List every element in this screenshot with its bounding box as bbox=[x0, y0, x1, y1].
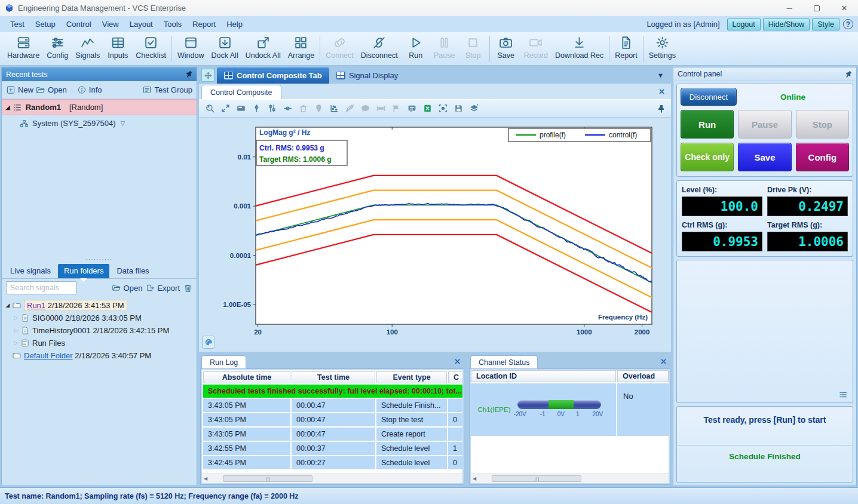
system-item[interactable]: System (SYS_2597504) ▽ bbox=[2, 115, 197, 131]
download-rec-button[interactable]: Download Rec bbox=[551, 35, 607, 62]
tree-expander-icon[interactable]: ▷ bbox=[13, 327, 20, 333]
horizontal-scrollbar[interactable]: ◀▶ bbox=[471, 474, 669, 483]
tab-control-composite-tab[interactable]: Control Composite Tab bbox=[217, 67, 329, 84]
signals-button[interactable]: Signals bbox=[72, 35, 103, 62]
save-button[interactable]: Save bbox=[492, 35, 520, 62]
column-header-event-type[interactable]: Event type bbox=[376, 371, 447, 383]
pin-icon[interactable] bbox=[186, 70, 192, 78]
logout-button[interactable]: Logout bbox=[727, 19, 761, 30]
chevron-down-icon[interactable]: ▽ bbox=[120, 120, 125, 127]
test-group-button[interactable]: Test Group bbox=[142, 85, 192, 94]
column-header-absolute-time[interactable]: Absolute time bbox=[203, 371, 290, 383]
fit-expand-icon[interactable] bbox=[220, 103, 231, 113]
tree-item-default-folder[interactable]: Default Folder 2/18/2026 3:40:57 PM bbox=[2, 349, 197, 362]
search-input[interactable] bbox=[6, 281, 76, 294]
note-icon[interactable] bbox=[407, 103, 417, 113]
tree-item-link[interactable]: Default Folder bbox=[24, 351, 73, 360]
run-button[interactable]: Run bbox=[681, 110, 734, 139]
run-log-row[interactable]: 3:43:05 PM00:00:47Schedule Finish... bbox=[203, 399, 462, 412]
palette-icon[interactable] bbox=[202, 336, 215, 349]
hardware-button[interactable]: Hardware bbox=[4, 35, 43, 62]
menu-layout[interactable]: Layout bbox=[124, 20, 158, 29]
menu-test[interactable]: Test bbox=[5, 20, 30, 29]
checklist-button[interactable]: Checklist bbox=[132, 35, 170, 62]
excel-export-icon[interactable] bbox=[422, 103, 433, 113]
display-card-icon[interactable] bbox=[236, 103, 246, 113]
run-log-row[interactable]: 3:43:05 PM00:00:47Create report bbox=[203, 428, 462, 441]
window-button[interactable]: Window bbox=[174, 35, 207, 62]
disconnect-button[interactable]: Disconnect bbox=[681, 88, 737, 106]
menu-setup[interactable]: Setup bbox=[30, 20, 61, 29]
plot-tab-control-composite[interactable]: Control Composite bbox=[201, 85, 281, 99]
tree-expander-icon[interactable]: ▷ bbox=[13, 315, 20, 321]
disconnect-button[interactable]: Disconnect bbox=[357, 35, 402, 62]
info-button[interactable]: Info bbox=[77, 85, 102, 94]
tree-item-run-files[interactable]: ▷Run Files bbox=[2, 337, 197, 349]
cursor-double-icon[interactable] bbox=[267, 103, 277, 113]
cursor-horizontal-icon[interactable] bbox=[283, 103, 293, 113]
tree-expander-icon[interactable]: ◢ bbox=[5, 104, 10, 110]
tree-item-timehistory0001-2-18-2026-3-42-15-pm[interactable]: ▷TimeHistory0001 2/18/2026 3:42:15 PM bbox=[2, 324, 197, 337]
close-icon[interactable]: ✕ bbox=[658, 87, 665, 96]
panel-splitter[interactable]: ∙∙∙∙∙∙∙∙∙∙ bbox=[2, 256, 197, 263]
pin-icon[interactable] bbox=[845, 70, 852, 78]
run-log-banner-row[interactable]: Scheduled tests finished successfully: f… bbox=[203, 385, 462, 398]
horizontal-scrollbar[interactable]: ◀▶ bbox=[202, 474, 462, 483]
run-log-tab[interactable]: Run Log bbox=[201, 355, 246, 368]
close-icon[interactable]: ✕ bbox=[831, 0, 858, 16]
check-only-button[interactable]: Check only bbox=[681, 143, 734, 171]
tab-run-folders[interactable]: Run folders bbox=[58, 264, 109, 278]
tab-list-dropdown-icon[interactable]: ▼ bbox=[657, 72, 669, 79]
config-button[interactable]: Config bbox=[43, 35, 72, 62]
save-button[interactable]: Save bbox=[738, 143, 791, 171]
column-header-test-time[interactable]: Test time bbox=[292, 371, 375, 383]
capture-icon[interactable] bbox=[438, 103, 448, 113]
list-icon[interactable] bbox=[838, 391, 848, 399]
report-button[interactable]: Report bbox=[611, 35, 641, 62]
settings-button[interactable]: Settings bbox=[645, 35, 679, 62]
run-log-row[interactable]: 3:42:55 PM00:00:37Schedule level1 bbox=[203, 442, 462, 455]
config-button[interactable]: Config bbox=[796, 143, 849, 171]
trash-icon[interactable] bbox=[183, 284, 192, 293]
tree-expander-icon[interactable]: ▷ bbox=[13, 340, 20, 346]
undock-all-button[interactable]: Undock All bbox=[242, 35, 284, 62]
style-button[interactable]: Style bbox=[812, 19, 839, 30]
tree-item-sig0000-2-18-2026-3-43-05-pm[interactable]: ▷SIG0000 2/18/2026 3:43:05 PM bbox=[2, 312, 197, 324]
save-disk-icon[interactable] bbox=[453, 103, 464, 113]
close-icon[interactable]: ✕ bbox=[454, 357, 461, 366]
dock-all-button[interactable]: Dock All bbox=[208, 35, 242, 62]
run-log-row[interactable]: 3:43:05 PM00:00:47Stop the test0 bbox=[203, 413, 462, 426]
tree-expander-icon[interactable]: ◢ bbox=[4, 302, 11, 308]
move-panes-icon[interactable] bbox=[201, 69, 214, 82]
tab-data-files[interactable]: Data files bbox=[111, 264, 155, 278]
menu-view[interactable]: View bbox=[97, 20, 124, 29]
cursor-single-icon[interactable] bbox=[252, 103, 262, 113]
column-header-overload[interactable]: Overload bbox=[617, 370, 669, 382]
maximize-icon[interactable] bbox=[803, 0, 831, 16]
run-log-row[interactable]: 3:42:45 PM00:00:27Schedule level0 bbox=[203, 456, 462, 469]
channel-status-tab[interactable]: Channel Status bbox=[470, 355, 538, 368]
menu-help[interactable]: Help bbox=[221, 20, 248, 29]
open-button[interactable]: Open bbox=[36, 85, 67, 94]
menu-control[interactable]: Control bbox=[61, 20, 97, 29]
menu-tools[interactable]: Tools bbox=[158, 20, 187, 29]
arrange-button[interactable]: Arrange bbox=[284, 35, 318, 62]
tree-item-run1[interactable]: ◢Run1 2/18/2026 3:41:53 PM bbox=[2, 299, 197, 312]
tree-item-link[interactable]: Run1 bbox=[27, 301, 45, 310]
zoom-search-icon[interactable] bbox=[205, 103, 215, 113]
scatter-icon[interactable] bbox=[329, 103, 339, 113]
column-header-location-id[interactable]: Location ID bbox=[471, 370, 616, 382]
pin-icon[interactable] bbox=[658, 105, 665, 113]
tab-signal-display[interactable]: Signal Display bbox=[329, 67, 405, 84]
run-button[interactable]: Run bbox=[402, 35, 430, 62]
test-item-random1[interactable]: ◢ Random1 [Random] bbox=[2, 99, 197, 115]
layers-icon[interactable] bbox=[469, 103, 479, 113]
new-button[interactable]: New bbox=[6, 85, 33, 94]
channel-row[interactable]: Ch1(IEPE) -20V-10V120V bbox=[471, 383, 616, 436]
column-header-c[interactable]: C bbox=[448, 371, 462, 383]
control-composite-chart[interactable]: 20100100020000.010.0010.00011.00E-05Freq… bbox=[199, 118, 669, 351]
help-icon[interactable]: ? bbox=[843, 19, 853, 29]
open-folder-button[interactable]: Open bbox=[112, 284, 143, 293]
tab-live-signals[interactable]: Live signals bbox=[4, 264, 57, 278]
export-button[interactable]: Export bbox=[146, 284, 180, 293]
